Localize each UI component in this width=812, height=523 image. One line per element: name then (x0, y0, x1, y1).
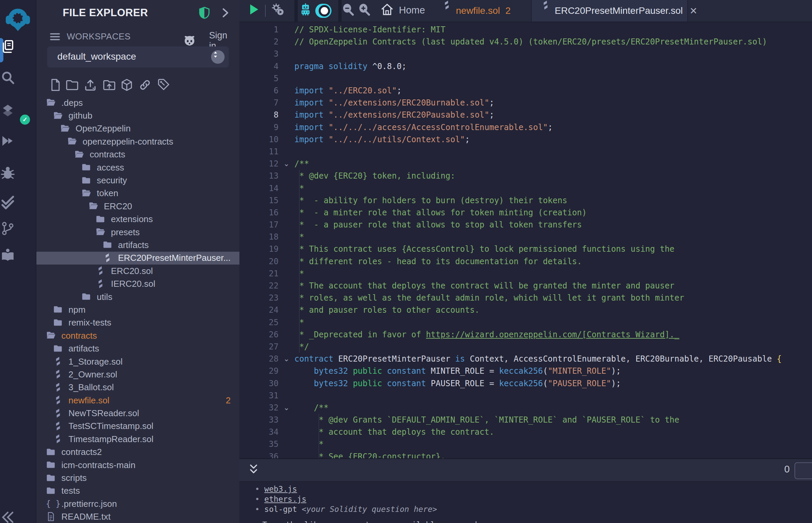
tree-item[interactable]: access (36, 161, 240, 174)
terminal-output[interactable]: •web3.js•ethers.js•sol-gpt <your Solidit… (240, 481, 812, 523)
zoom-out-button[interactable] (341, 3, 357, 19)
tree-item[interactable]: github (36, 109, 240, 122)
fold-chevron-icon[interactable]: ⌄ (279, 403, 294, 412)
sidebar-item-deploy-run[interactable] (0, 133, 36, 157)
new-file-button[interactable] (49, 78, 63, 92)
tree-item[interactable]: README.txt (36, 510, 240, 523)
tree-item[interactable]: ERC20.sol (36, 265, 240, 277)
tree-item[interactable]: artifacts (36, 342, 240, 355)
workspace-select[interactable]: default_workspace (47, 47, 229, 67)
code-line[interactable]: 23 * roles, as well as the default admin… (240, 292, 812, 304)
tree-item[interactable]: NewTSReader.sol (36, 407, 240, 419)
code-line[interactable]: 22 * The account that deploys the contra… (240, 280, 812, 292)
tree-item[interactable]: ERC20 (36, 200, 240, 213)
fold-chevron-icon[interactable]: ⌄ (279, 355, 294, 363)
code-line[interactable]: 24 * and pauser roles to other accounts. (240, 304, 812, 316)
tab-newfile[interactable]: newfile.sol 2 (442, 0, 511, 22)
code-line[interactable]: 11 (240, 146, 812, 158)
sidebar-item-git[interactable] (0, 221, 36, 244)
workspaces-menu-button[interactable] (49, 31, 61, 42)
code-line[interactable]: 25 * (240, 317, 812, 328)
sidebar-item-learneth[interactable] (0, 247, 36, 271)
new-folder-button[interactable] (66, 78, 80, 92)
code-line[interactable]: 13 * @dev {ERC20} token, including: (240, 170, 812, 182)
close-tab-icon[interactable]: ✕ (690, 5, 698, 17)
code-line[interactable]: 18 * (240, 231, 812, 243)
code-line[interactable]: 2// OpenZeppelin Contracts (last updated… (240, 36, 812, 48)
terminal-link[interactable]: ethers.js (264, 495, 306, 503)
tree-item[interactable]: 1_Storage.sol (36, 355, 240, 368)
code-line[interactable]: 29 bytes32 public constant MINTER_ROLE =… (240, 365, 812, 377)
terminal-header[interactable]: 0 (240, 458, 812, 482)
code-line[interactable]: 1// SPDX-License-Identifier: MIT (240, 23, 812, 36)
tree-item[interactable]: extensions (36, 213, 240, 226)
tab-erc20presetminterpauser[interactable]: ERC20PresetMinterPauser.sol ✕ (531, 0, 688, 22)
fold-chevron-icon[interactable]: ⌄ (279, 159, 294, 168)
code-line[interactable]: 26 * _Deprecated in favor of https://wiz… (240, 328, 812, 341)
code-line[interactable]: 9import "../../../access/AccessControlEn… (240, 121, 812, 133)
terminal-search-input[interactable] (794, 462, 812, 479)
code-line[interactable]: 28⌄contract ERC20PresetMinterPauser is C… (240, 353, 812, 365)
terminal-link[interactable]: web3.js (264, 485, 297, 493)
terminal-entry[interactable]: •web3.js (255, 485, 297, 493)
zoom-in-button[interactable] (357, 3, 374, 19)
code-line[interactable]: 8import "../extensions/ERC20Pausable.sol… (240, 109, 812, 121)
home-tab-label[interactable]: Home (399, 5, 425, 16)
tree-item[interactable]: contracts2 (36, 446, 240, 458)
tree-item[interactable]: openzeppelin-contracts (36, 135, 240, 148)
tree-item[interactable]: contracts (36, 148, 240, 161)
code-line[interactable]: 6import "../ERC20.sol"; (240, 85, 812, 97)
import-ipfs-button[interactable] (120, 78, 134, 92)
tree-item[interactable]: utils (36, 290, 240, 303)
code-line[interactable]: 27 */ (240, 341, 812, 353)
upload-file-button[interactable] (84, 78, 98, 92)
copilot-toggle[interactable] (315, 3, 332, 19)
tree-item[interactable]: scripts (36, 471, 240, 484)
tree-item[interactable]: 2_Owner.sol (36, 368, 240, 381)
tree-item[interactable]: token (36, 187, 240, 200)
import-url-button[interactable] (138, 78, 153, 92)
remix-logo[interactable] (4, 6, 32, 34)
tree-item[interactable]: { }.prettierrc.json (36, 498, 240, 510)
code-line[interactable]: 15 * - ability for holders to burn (dest… (240, 195, 812, 206)
code-line[interactable]: 10import "../../../utils/Context.sol"; (240, 133, 812, 146)
chevron-right-icon[interactable] (219, 7, 231, 19)
tree-item[interactable]: ERC20PresetMinterPauser... (36, 252, 240, 265)
collapse-sidebar-button[interactable] (0, 509, 36, 523)
code-line[interactable]: 34 * account that deploys the contract. (240, 426, 812, 438)
code-line[interactable]: 12⌄/** (240, 158, 812, 170)
code-line[interactable]: 30 bytes32 public constant PAUSER_ROLE =… (240, 377, 812, 389)
tree-item[interactable]: TimestampReader.sol (36, 433, 240, 446)
code-line[interactable]: 16 * - a minter role that allows for tok… (240, 206, 812, 219)
code-line[interactable]: 17 * - a pauser role that allows to stop… (240, 219, 812, 231)
code-line[interactable]: 35 * (240, 438, 812, 450)
tree-item[interactable]: newfile.sol2 (36, 394, 240, 407)
clone-git-button[interactable] (157, 78, 171, 92)
tree-item[interactable]: contracts (36, 329, 240, 342)
code-line[interactable]: 5 (240, 72, 812, 85)
expand-terminal-button[interactable] (247, 463, 260, 476)
tree-item[interactable]: remix-tests (36, 317, 240, 329)
code-line[interactable]: 31 (240, 390, 812, 402)
ai-assistant-button[interactable] (299, 3, 315, 19)
sidebar-item-search[interactable] (0, 70, 36, 94)
tree-item[interactable]: icm-contracts-main (36, 458, 240, 471)
tree-item[interactable]: IERC20.sol (36, 277, 240, 290)
sidebar-item-file-explorer[interactable] (0, 39, 36, 62)
run-script-button[interactable] (247, 3, 263, 19)
code-line[interactable]: 7import "../extensions/ERC20Burnable.sol… (240, 97, 812, 109)
sidebar-item-solidity-compiler[interactable]: ✓ (0, 103, 36, 126)
tree-item[interactable]: artifacts (36, 239, 240, 251)
tree-item[interactable]: 3_Ballot.sol (36, 381, 240, 394)
code-line[interactable]: 32⌄ /** (240, 402, 812, 414)
code-line[interactable]: 14 * (240, 182, 812, 194)
code-line[interactable]: 21 * (240, 268, 812, 280)
sidebar-item-debugger[interactable] (0, 165, 36, 189)
tree-item[interactable]: security (36, 174, 240, 187)
sidebar-item-unit-testing[interactable] (0, 195, 36, 218)
tree-item[interactable]: tests (36, 485, 240, 498)
code-line[interactable]: 36 * See {ERC20-constructor}. (240, 451, 812, 458)
tree-item[interactable]: .deps (36, 96, 240, 109)
tree-item[interactable]: OpenZeppelin (36, 122, 240, 135)
tree-item[interactable]: npm (36, 303, 240, 316)
